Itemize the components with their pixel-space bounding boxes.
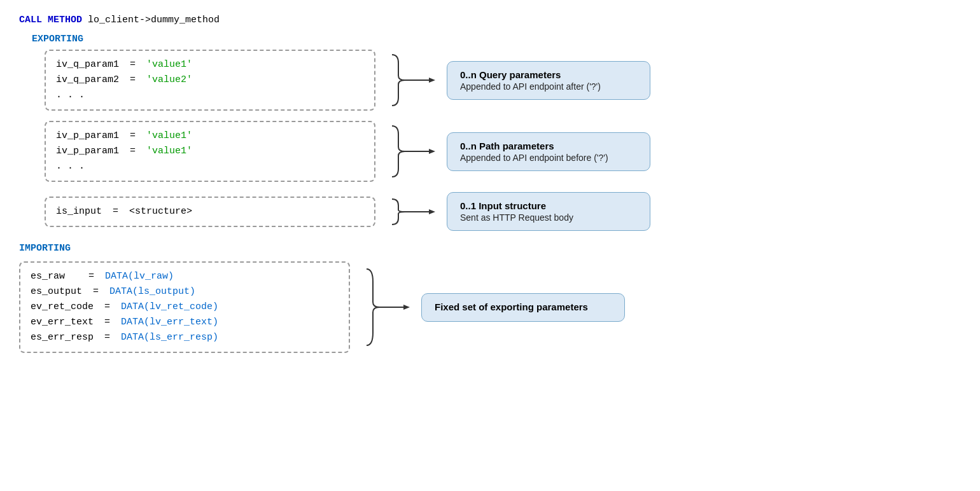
importing-box: es_raw = DATA(lv_raw) es_output = DATA(l… (19, 261, 350, 353)
query-params-box: iv_q_param1 = 'value1' iv_q_param2 = 'va… (45, 50, 375, 111)
imp-line3: ev_ret_code = DATA(lv_ret_code) (31, 300, 339, 315)
connector-2 (386, 123, 437, 180)
pp-val1: 'value1' (146, 130, 192, 141)
info-box-path: 0..n Path parameters Appended to API end… (447, 132, 650, 171)
qp-line2: iv_q_param2 = 'value2' (56, 73, 364, 88)
info-box-input: 0..1 Input structure Sent as HTTP Reques… (447, 192, 650, 231)
is-line1: is_input = <structure> (56, 204, 364, 219)
svg-marker-1 (429, 78, 435, 83)
header-line: CALL METHOD lo_client->dummy_method (19, 13, 961, 28)
method-call: lo_client->dummy_method (88, 15, 220, 25)
brace-svg-2 (386, 123, 437, 180)
pp-dots: . . . (56, 159, 364, 174)
qp-line1: iv_q_param1 = 'value1' (56, 57, 364, 73)
info-box-query: 0..n Query parameters Appended to API en… (447, 61, 650, 100)
pp-line1: iv_p_param1 = 'value1' (56, 128, 364, 144)
info-desc-3: Sent as HTTP Request body (460, 212, 637, 223)
qp-param2: iv_q_param2 (56, 74, 119, 85)
path-params-box: iv_p_param1 = 'value1' iv_p_param1 = 'va… (45, 121, 375, 182)
svg-marker-3 (429, 149, 435, 154)
connector-4 (360, 266, 411, 349)
brace-svg-4 (360, 266, 411, 349)
pp-val2: 'value1' (146, 146, 192, 156)
exporting-label: EXPORTING (32, 32, 961, 47)
info-title-1: 0..n Query parameters (460, 69, 637, 80)
info-title-2: 0..n Path parameters (460, 141, 637, 151)
imp-line5: es_err_resp = DATA(ls_err_resp) (31, 330, 339, 345)
imp-line2: es_output = DATA(ls_output) (31, 284, 339, 300)
imp-param5: es_err_resp (31, 332, 94, 343)
imp-param3: ev_ret_code (31, 301, 94, 312)
brace-svg-1 (386, 52, 437, 109)
qp-val1: 'value1' (146, 59, 192, 70)
info-desc-1: Appended to API endpoint after ('?') (460, 81, 637, 92)
importing-label: IMPORTING (19, 241, 961, 256)
imp-param2: es_output (31, 286, 82, 297)
imp-val4: DATA(lv_err_text) (121, 317, 218, 328)
row-path-params: iv_p_param1 = 'value1' iv_p_param1 = 'va… (19, 121, 961, 182)
info-title-4: Fixed set of exporting parameters (435, 301, 612, 312)
is-param: is_input (56, 206, 102, 217)
svg-marker-5 (429, 209, 435, 214)
imp-val5: DATA(ls_err_resp) (121, 332, 218, 343)
row-query-params: iv_q_param1 = 'value1' iv_q_param2 = 'va… (19, 50, 961, 111)
imp-val2: DATA(ls_output) (109, 286, 195, 297)
pp-param2: iv_p_param1 (56, 146, 119, 156)
info-desc-2: Appended to API endpoint before ('?') (460, 153, 637, 163)
brace-svg-3 (386, 196, 437, 228)
qp-val2: 'value2' (146, 74, 192, 85)
page-container: CALL METHOD lo_client->dummy_method EXPO… (19, 13, 961, 363)
imp-val3: DATA(lv_ret_code) (121, 301, 218, 312)
is-val: <structure> (129, 206, 192, 217)
svg-marker-7 (403, 305, 410, 310)
imp-param1: es_raw (31, 271, 65, 282)
imp-val1: DATA(lv_raw) (105, 271, 174, 282)
qp-dots: . . . (56, 88, 364, 103)
connector-3 (386, 196, 437, 228)
input-structure-box: is_input = <structure> (45, 197, 375, 227)
imp-param4: ev_err_text (31, 317, 94, 328)
pp-param1: iv_p_param1 (56, 130, 119, 141)
connector-1 (386, 52, 437, 109)
info-title-3: 0..1 Input structure (460, 200, 637, 211)
info-box-exporting: Fixed set of exporting parameters (421, 293, 625, 322)
row-input-structure: is_input = <structure> 0..1 Input struct… (19, 192, 961, 231)
row-importing: es_raw = DATA(lv_raw) es_output = DATA(l… (19, 261, 961, 353)
qp-param1: iv_q_param1 (56, 59, 119, 70)
pp-line2: iv_p_param1 = 'value1' (56, 144, 364, 159)
imp-line4: ev_err_text = DATA(lv_err_text) (31, 315, 339, 330)
method-keyword: METHOD (48, 15, 82, 25)
call-keyword: CALL (19, 15, 42, 25)
imp-line1: es_raw = DATA(lv_raw) (31, 269, 339, 284)
